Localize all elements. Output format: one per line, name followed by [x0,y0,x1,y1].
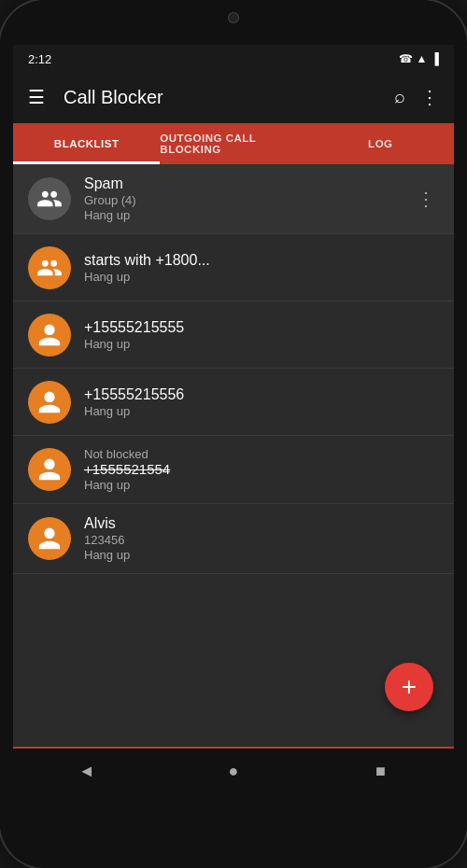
item-action: Hang up [84,404,439,418]
item-content: starts with +1800... Hang up [84,252,439,284]
add-fab-button[interactable]: + [385,663,433,711]
tab-log[interactable]: LOG [307,123,454,164]
item-content: +15555215556 Hang up [84,386,439,418]
avatar [28,517,71,560]
item-action: Hang up [84,208,413,222]
item-name: +15555215556 [84,386,439,403]
home-button[interactable]: ● [215,752,252,790]
call-status-icon: ☎ [399,52,413,65]
group-icon [36,186,63,212]
tab-outgoing[interactable]: OUTGOING CALL BLOCKING [160,123,306,164]
app-title: Call Blocker [64,87,394,108]
item-name: +15555215555 [84,319,439,336]
list-item[interactable]: Spam Group (4) Hang up ⋮ [13,164,454,234]
item-content: Not blocked +1555521554 Hang up [84,447,439,492]
not-blocked-label: Not blocked [84,447,439,461]
list-item[interactable]: +15555215555 Hang up [13,301,454,369]
top-bar: ☰ Call Blocker ⌕ ⋮ [13,71,454,123]
item-action: Hang up [84,270,439,284]
front-camera [229,13,238,22]
item-action: Hang up [84,478,439,492]
battery-icon: ▐ [431,52,439,65]
item-action: Hang up [84,337,439,351]
status-icons: ☎ ▲ ▐ [399,52,439,65]
list-item[interactable]: starts with +1800... Hang up [13,234,454,301]
avatar [28,448,71,491]
person-icon [36,389,63,415]
status-bar: 2:12 ☎ ▲ ▐ [13,45,454,71]
item-name: +1555521554 [84,461,439,477]
tab-blacklist[interactable]: BLACKLIST [13,123,160,164]
screen: 2:12 ☎ ▲ ▐ ☰ Call Blocker ⌕ ⋮ BLACKLIST … [13,45,454,793]
back-button[interactable]: ◄ [68,752,106,790]
hamburger-icon[interactable]: ☰ [28,86,45,108]
item-content: Spam Group (4) Hang up [84,175,413,222]
list-item[interactable]: Not blocked +1555521554 Hang up [13,436,454,504]
avatar [28,314,71,357]
avatar [28,246,71,289]
group-icon [36,255,63,281]
list-item[interactable]: Alvis 123456 Hang up [13,504,454,574]
item-content: Alvis 123456 Hang up [84,515,439,562]
avatar [28,177,71,220]
wifi-icon: ▲ [417,52,428,65]
status-time: 2:12 [28,52,51,66]
person-icon [36,456,63,483]
avatar [28,381,71,424]
item-name: starts with +1800... [84,252,439,269]
bottom-nav: ◄ ● ■ [13,749,454,793]
person-icon [36,322,63,348]
item-more-icon[interactable]: ⋮ [413,184,439,214]
phone-shell: 2:12 ☎ ▲ ▐ ☰ Call Blocker ⌕ ⋮ BLACKLIST … [0,0,467,868]
tabs: BLACKLIST OUTGOING CALL BLOCKING LOG [13,123,454,164]
item-subtitle: 123456 [84,533,439,547]
top-actions: ⌕ ⋮ [394,86,439,108]
person-icon [36,525,63,552]
item-action: Hang up [84,548,439,562]
list-item[interactable]: +15555215556 Hang up [13,369,454,436]
item-subtitle: Group (4) [84,193,413,207]
item-content: +15555215555 Hang up [84,319,439,351]
search-icon[interactable]: ⌕ [394,86,405,108]
item-name: Spam [84,175,413,192]
recent-button[interactable]: ■ [361,752,399,790]
item-name: Alvis [84,515,439,532]
more-options-icon[interactable]: ⋮ [420,86,439,108]
